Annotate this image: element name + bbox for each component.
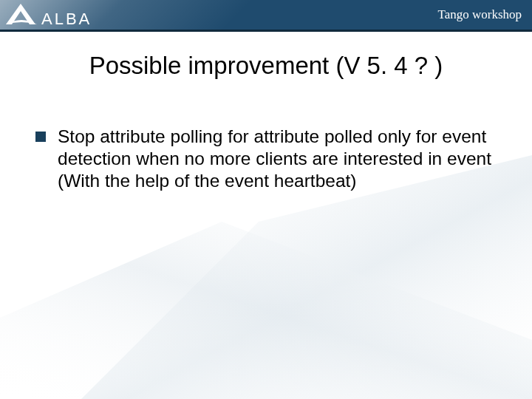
slide-title: Possible improvement (V 5. 4 ? ) <box>0 52 532 80</box>
bullet-text: Stop attribute polling for attribute pol… <box>58 126 502 192</box>
svg-marker-1 <box>0 222 532 399</box>
logo: ALBA <box>6 2 92 29</box>
bullet-item: Stop attribute polling for attribute pol… <box>35 126 502 192</box>
header-title: Tango workshop <box>437 7 522 22</box>
logo-mark-icon <box>6 2 37 24</box>
header-divider <box>0 30 532 32</box>
slide-body: Stop attribute polling for attribute pol… <box>35 126 502 192</box>
bullet-square-icon <box>35 132 46 142</box>
logo-text: ALBA <box>41 10 92 29</box>
slide: ALBA Tango workshop Possible improvement… <box>0 0 532 399</box>
